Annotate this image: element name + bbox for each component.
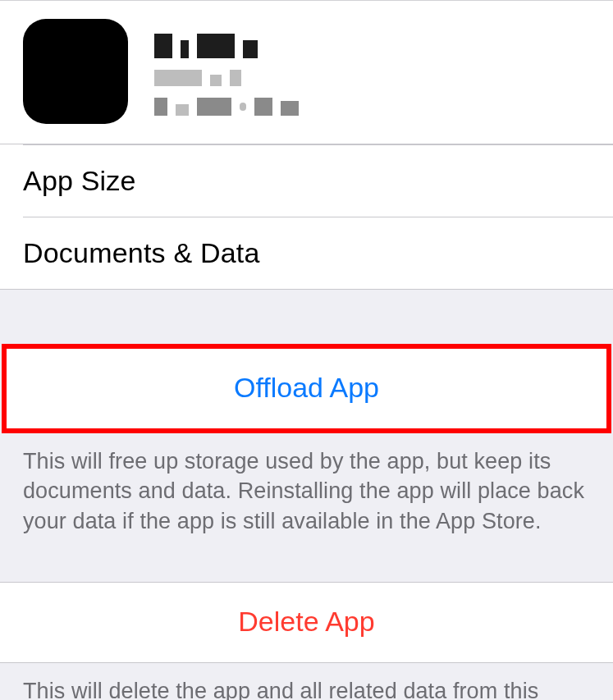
app-header xyxy=(0,0,613,144)
app-size-row[interactable]: App Size xyxy=(0,145,613,217)
section-gap xyxy=(0,290,613,344)
delete-description: This will delete the app and all related… xyxy=(0,663,613,700)
section-gap-2 xyxy=(0,542,613,582)
offload-highlight: Offload App xyxy=(2,344,611,433)
offload-app-button[interactable]: Offload App xyxy=(7,349,606,428)
app-vendor-redacted xyxy=(154,98,590,116)
app-name-redacted xyxy=(154,34,590,58)
app-version-redacted xyxy=(154,70,590,86)
delete-app-button[interactable]: Delete App xyxy=(0,582,613,663)
storage-rows: App Size Documents & Data xyxy=(0,144,613,290)
offload-app-label: Offload App xyxy=(234,372,379,403)
documents-data-row[interactable]: Documents & Data xyxy=(0,217,613,289)
offload-description: This will free up storage used by the ap… xyxy=(0,433,613,542)
app-icon xyxy=(23,19,128,124)
delete-app-label: Delete App xyxy=(238,606,374,637)
app-meta xyxy=(154,27,590,116)
app-size-label: App Size xyxy=(23,165,136,196)
documents-data-label: Documents & Data xyxy=(23,237,260,268)
